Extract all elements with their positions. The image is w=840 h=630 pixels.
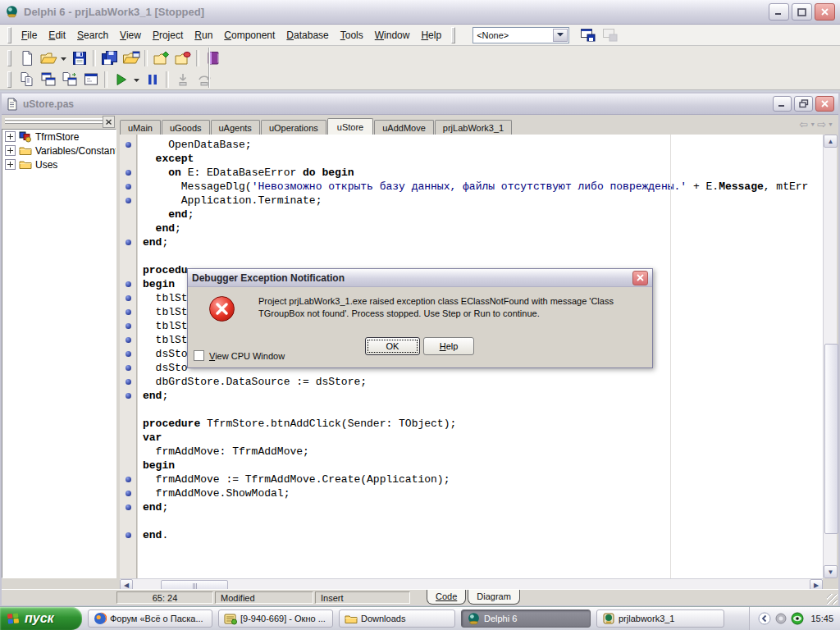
back-arrow-icon[interactable]: ⇦ [799, 118, 808, 130]
task-button-2[interactable]: [9-940-669] - Окно ... [218, 609, 333, 628]
tree-item-uses[interactable]: Uses [2, 158, 116, 171]
editor-close-button[interactable] [815, 96, 834, 112]
vertical-scroll-thumb[interactable] [824, 344, 838, 534]
toolbar-grip[interactable] [7, 50, 11, 66]
breakpoint-dot [126, 142, 131, 148]
main-window-titlebar[interactable]: Delphi 6 - prjLabWork3_1 [Stopped] [0, 0, 840, 25]
ok-button[interactable]: OK [365, 337, 420, 355]
minimize-button[interactable] [769, 3, 789, 21]
menu-search[interactable]: Search [71, 27, 114, 43]
add-to-project-button[interactable] [151, 48, 171, 67]
close-button[interactable] [815, 3, 835, 21]
combo-grip[interactable] [451, 27, 455, 43]
code-explorer-grip[interactable] [5, 118, 103, 124]
editor-gutter [120, 135, 137, 578]
breakpoint-dot [126, 365, 131, 371]
run-dropdown-button[interactable] [132, 70, 141, 89]
menu-component[interactable]: Component [218, 27, 281, 43]
breakpoint-dot [126, 504, 131, 510]
delphi-project-icon [602, 612, 615, 625]
maximize-button[interactable] [792, 3, 812, 21]
trace-into-button[interactable] [172, 70, 193, 89]
save-all-button[interactable] [99, 48, 120, 67]
desktop-layout-combo[interactable]: <None> [472, 27, 569, 43]
view-cpu-window-checkbox[interactable]: View CPU Window [194, 350, 285, 361]
task-button-1[interactable]: Форум «Всё о Паска... [88, 609, 212, 628]
menu-window[interactable]: Window [369, 27, 416, 43]
menu-file[interactable]: File [16, 27, 43, 43]
editor-tab-umain[interactable]: uMain [120, 120, 161, 135]
remove-from-project-button[interactable] [172, 48, 193, 67]
back-dropdown-icon[interactable]: ▼ [810, 121, 815, 127]
run-button[interactable] [111, 70, 131, 89]
editor-tab-ustore[interactable]: uStore [327, 118, 373, 135]
chevron-down-icon[interactable] [553, 29, 568, 42]
scroll-down-icon[interactable]: ▼ [824, 565, 838, 578]
menu-tools[interactable]: Tools [335, 27, 369, 43]
menubar-grip[interactable] [7, 27, 11, 43]
menu-help[interactable]: Help [415, 27, 447, 43]
insert-mode-indicator: Insert [315, 591, 410, 604]
breakpoint-dot [126, 351, 131, 357]
editor-restore-button[interactable] [794, 96, 813, 112]
toggle-form-unit-button[interactable] [59, 70, 80, 89]
delphi-icon [5, 5, 19, 19]
dialog-titlebar[interactable]: Debugger Exception Notification [188, 269, 652, 287]
menu-run[interactable]: Run [189, 27, 218, 43]
expander-icon[interactable] [5, 145, 16, 156]
antivirus-icon[interactable] [791, 612, 804, 625]
code-line: frmAddMove := TfrmAddMove.Create(Applica… [143, 472, 823, 486]
set-debug-desktop-button[interactable] [600, 25, 620, 44]
editor-tab-ugoods[interactable]: uGoods [162, 120, 210, 135]
code-explorer-close-icon[interactable] [103, 116, 115, 128]
resize-grip[interactable] [827, 594, 838, 605]
help-book-button[interactable] [203, 48, 223, 67]
menu-edit[interactable]: Edit [43, 27, 71, 43]
forward-dropdown-icon[interactable]: ▼ [828, 121, 833, 127]
new-file-button[interactable] [16, 48, 37, 67]
new-form-button[interactable] [80, 70, 101, 89]
open-file-button[interactable] [38, 48, 58, 67]
forward-arrow-icon[interactable]: ⇨ [817, 118, 826, 130]
vertical-scrollbar[interactable]: ▲ ▼ [823, 135, 837, 578]
bottom-tab-code[interactable]: Code [427, 590, 466, 605]
hide-icons-icon[interactable] [758, 612, 771, 625]
save-file-button[interactable] [69, 48, 89, 67]
editor-tab-uagents[interactable]: uAgents [211, 120, 260, 135]
task-button-5[interactable]: prjlabwork3_1 [596, 609, 724, 628]
folder-icon [19, 145, 32, 156]
menu-bar-items: FileEditSearchViewProjectRunComponentDat… [16, 27, 447, 43]
view-form-button[interactable] [38, 70, 58, 89]
dialog-close-icon[interactable] [632, 271, 648, 285]
task-button-4[interactable]: Delphi 6 [461, 609, 591, 628]
editor-tab-uoperations[interactable]: uOperations [261, 120, 326, 135]
pause-button[interactable] [142, 70, 162, 89]
task-button-3[interactable]: Downloads [339, 609, 455, 628]
right-margin-line [670, 135, 671, 578]
bottom-tab-diagram[interactable]: Diagram [468, 590, 520, 605]
tree-item-variables-constants[interactable]: Variables/Constants [2, 144, 116, 158]
start-button[interactable]: пуск [0, 607, 82, 630]
open-dropdown-button[interactable] [59, 48, 68, 67]
editor-minimize-button[interactable] [773, 96, 792, 112]
checkbox-box[interactable] [194, 350, 204, 361]
editor-tab-uaddmove[interactable]: uAddMove [374, 120, 434, 135]
tree-item-tfrmstore[interactable]: TfrmStore [2, 130, 116, 144]
step-over-button[interactable] [194, 70, 214, 89]
scroll-up-icon[interactable]: ▲ [824, 135, 838, 148]
editor-titlebar[interactable]: uStore.pas [2, 94, 838, 115]
taskbar-tasks: Форум «Всё о Паска...[9-940-669] - Окно … [82, 609, 724, 628]
menu-database[interactable]: Database [281, 27, 334, 43]
toolbar-grip[interactable] [7, 71, 11, 88]
expander-icon[interactable] [5, 159, 16, 170]
menu-project[interactable]: Project [147, 27, 189, 43]
help-button[interactable]: Help [423, 337, 474, 355]
menu-view[interactable]: View [114, 27, 147, 43]
open-project-button[interactable] [121, 48, 141, 67]
editor-tab-prjlabwork3_1[interactable]: prjLabWork3_1 [435, 120, 512, 135]
breakpoint-dot [126, 393, 131, 399]
view-unit-button[interactable] [16, 70, 37, 89]
save-desktop-button[interactable] [578, 25, 598, 44]
volume-icon[interactable] [775, 613, 787, 624]
expander-icon[interactable] [5, 131, 16, 142]
